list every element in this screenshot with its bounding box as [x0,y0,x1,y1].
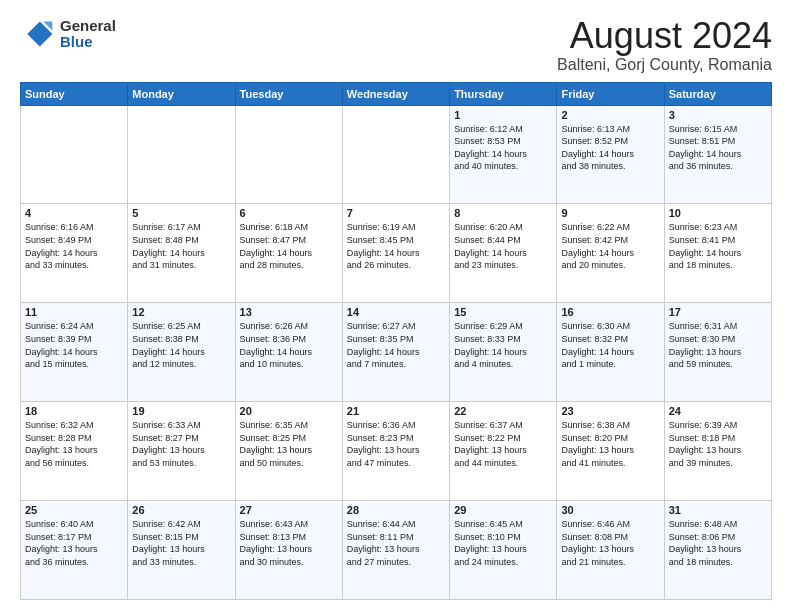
day-cell-4-0: 25Sunrise: 6:40 AM Sunset: 8:17 PM Dayli… [21,501,128,600]
day-number: 6 [240,207,338,219]
logo: General Blue [20,16,116,52]
day-number: 11 [25,306,123,318]
calendar-body: 1Sunrise: 6:12 AM Sunset: 8:53 PM Daylig… [21,105,772,599]
day-cell-3-5: 23Sunrise: 6:38 AM Sunset: 8:20 PM Dayli… [557,402,664,501]
day-number: 10 [669,207,767,219]
day-info: Sunrise: 6:40 AM Sunset: 8:17 PM Dayligh… [25,518,123,568]
day-number: 1 [454,109,552,121]
header: General Blue August 2024 Balteni, Gorj C… [20,16,772,74]
logo-blue-text: Blue [60,34,116,51]
day-number: 25 [25,504,123,516]
logo-icon [20,16,56,52]
day-info: Sunrise: 6:31 AM Sunset: 8:30 PM Dayligh… [669,320,767,370]
day-number: 9 [561,207,659,219]
day-info: Sunrise: 6:36 AM Sunset: 8:23 PM Dayligh… [347,419,445,469]
day-number: 26 [132,504,230,516]
day-info: Sunrise: 6:39 AM Sunset: 8:18 PM Dayligh… [669,419,767,469]
day-number: 21 [347,405,445,417]
day-info: Sunrise: 6:18 AM Sunset: 8:47 PM Dayligh… [240,221,338,271]
day-info: Sunrise: 6:29 AM Sunset: 8:33 PM Dayligh… [454,320,552,370]
calendar-header: Sunday Monday Tuesday Wednesday Thursday… [21,82,772,105]
header-monday: Monday [128,82,235,105]
header-thursday: Thursday [450,82,557,105]
main-title: August 2024 [557,16,772,56]
day-info: Sunrise: 6:25 AM Sunset: 8:38 PM Dayligh… [132,320,230,370]
day-cell-1-4: 8Sunrise: 6:20 AM Sunset: 8:44 PM Daylig… [450,204,557,303]
day-info: Sunrise: 6:15 AM Sunset: 8:51 PM Dayligh… [669,123,767,173]
day-info: Sunrise: 6:12 AM Sunset: 8:53 PM Dayligh… [454,123,552,173]
week-row-2: 11Sunrise: 6:24 AM Sunset: 8:39 PM Dayli… [21,303,772,402]
day-number: 29 [454,504,552,516]
day-cell-0-1 [128,105,235,204]
day-info: Sunrise: 6:13 AM Sunset: 8:52 PM Dayligh… [561,123,659,173]
day-cell-2-6: 17Sunrise: 6:31 AM Sunset: 8:30 PM Dayli… [664,303,771,402]
week-row-0: 1Sunrise: 6:12 AM Sunset: 8:53 PM Daylig… [21,105,772,204]
day-cell-3-2: 20Sunrise: 6:35 AM Sunset: 8:25 PM Dayli… [235,402,342,501]
day-cell-4-6: 31Sunrise: 6:48 AM Sunset: 8:06 PM Dayli… [664,501,771,600]
header-wednesday: Wednesday [342,82,449,105]
logo-general-text: General [60,18,116,35]
day-cell-2-3: 14Sunrise: 6:27 AM Sunset: 8:35 PM Dayli… [342,303,449,402]
day-cell-3-0: 18Sunrise: 6:32 AM Sunset: 8:28 PM Dayli… [21,402,128,501]
day-cell-1-2: 6Sunrise: 6:18 AM Sunset: 8:47 PM Daylig… [235,204,342,303]
day-cell-3-6: 24Sunrise: 6:39 AM Sunset: 8:18 PM Dayli… [664,402,771,501]
day-number: 4 [25,207,123,219]
week-row-1: 4Sunrise: 6:16 AM Sunset: 8:49 PM Daylig… [21,204,772,303]
day-number: 22 [454,405,552,417]
day-cell-0-6: 3Sunrise: 6:15 AM Sunset: 8:51 PM Daylig… [664,105,771,204]
day-cell-1-6: 10Sunrise: 6:23 AM Sunset: 8:41 PM Dayli… [664,204,771,303]
day-number: 16 [561,306,659,318]
day-cell-2-1: 12Sunrise: 6:25 AM Sunset: 8:38 PM Dayli… [128,303,235,402]
day-cell-0-2 [235,105,342,204]
day-cell-3-3: 21Sunrise: 6:36 AM Sunset: 8:23 PM Dayli… [342,402,449,501]
day-info: Sunrise: 6:32 AM Sunset: 8:28 PM Dayligh… [25,419,123,469]
day-number: 3 [669,109,767,121]
week-row-4: 25Sunrise: 6:40 AM Sunset: 8:17 PM Dayli… [21,501,772,600]
day-number: 27 [240,504,338,516]
day-cell-4-5: 30Sunrise: 6:46 AM Sunset: 8:08 PM Dayli… [557,501,664,600]
day-cell-0-0 [21,105,128,204]
day-info: Sunrise: 6:19 AM Sunset: 8:45 PM Dayligh… [347,221,445,271]
day-cell-1-5: 9Sunrise: 6:22 AM Sunset: 8:42 PM Daylig… [557,204,664,303]
week-row-3: 18Sunrise: 6:32 AM Sunset: 8:28 PM Dayli… [21,402,772,501]
header-row: Sunday Monday Tuesday Wednesday Thursday… [21,82,772,105]
day-info: Sunrise: 6:23 AM Sunset: 8:41 PM Dayligh… [669,221,767,271]
day-info: Sunrise: 6:27 AM Sunset: 8:35 PM Dayligh… [347,320,445,370]
day-info: Sunrise: 6:46 AM Sunset: 8:08 PM Dayligh… [561,518,659,568]
day-info: Sunrise: 6:48 AM Sunset: 8:06 PM Dayligh… [669,518,767,568]
day-cell-4-4: 29Sunrise: 6:45 AM Sunset: 8:10 PM Dayli… [450,501,557,600]
day-number: 13 [240,306,338,318]
day-info: Sunrise: 6:16 AM Sunset: 8:49 PM Dayligh… [25,221,123,271]
day-info: Sunrise: 6:22 AM Sunset: 8:42 PM Dayligh… [561,221,659,271]
day-cell-4-1: 26Sunrise: 6:42 AM Sunset: 8:15 PM Dayli… [128,501,235,600]
day-cell-3-1: 19Sunrise: 6:33 AM Sunset: 8:27 PM Dayli… [128,402,235,501]
day-number: 23 [561,405,659,417]
header-friday: Friday [557,82,664,105]
day-number: 18 [25,405,123,417]
day-info: Sunrise: 6:44 AM Sunset: 8:11 PM Dayligh… [347,518,445,568]
day-cell-0-4: 1Sunrise: 6:12 AM Sunset: 8:53 PM Daylig… [450,105,557,204]
day-number: 28 [347,504,445,516]
day-cell-4-3: 28Sunrise: 6:44 AM Sunset: 8:11 PM Dayli… [342,501,449,600]
day-cell-1-1: 5Sunrise: 6:17 AM Sunset: 8:48 PM Daylig… [128,204,235,303]
calendar-table: Sunday Monday Tuesday Wednesday Thursday… [20,82,772,600]
day-cell-4-2: 27Sunrise: 6:43 AM Sunset: 8:13 PM Dayli… [235,501,342,600]
header-saturday: Saturday [664,82,771,105]
day-info: Sunrise: 6:33 AM Sunset: 8:27 PM Dayligh… [132,419,230,469]
day-info: Sunrise: 6:43 AM Sunset: 8:13 PM Dayligh… [240,518,338,568]
subtitle: Balteni, Gorj County, Romania [557,56,772,74]
day-cell-2-2: 13Sunrise: 6:26 AM Sunset: 8:36 PM Dayli… [235,303,342,402]
day-info: Sunrise: 6:20 AM Sunset: 8:44 PM Dayligh… [454,221,552,271]
day-cell-2-0: 11Sunrise: 6:24 AM Sunset: 8:39 PM Dayli… [21,303,128,402]
day-info: Sunrise: 6:37 AM Sunset: 8:22 PM Dayligh… [454,419,552,469]
day-cell-3-4: 22Sunrise: 6:37 AM Sunset: 8:22 PM Dayli… [450,402,557,501]
day-cell-2-5: 16Sunrise: 6:30 AM Sunset: 8:32 PM Dayli… [557,303,664,402]
day-number: 7 [347,207,445,219]
title-block: August 2024 Balteni, Gorj County, Romani… [557,16,772,74]
day-number: 5 [132,207,230,219]
day-cell-1-0: 4Sunrise: 6:16 AM Sunset: 8:49 PM Daylig… [21,204,128,303]
day-number: 2 [561,109,659,121]
day-number: 20 [240,405,338,417]
day-number: 31 [669,504,767,516]
day-info: Sunrise: 6:35 AM Sunset: 8:25 PM Dayligh… [240,419,338,469]
